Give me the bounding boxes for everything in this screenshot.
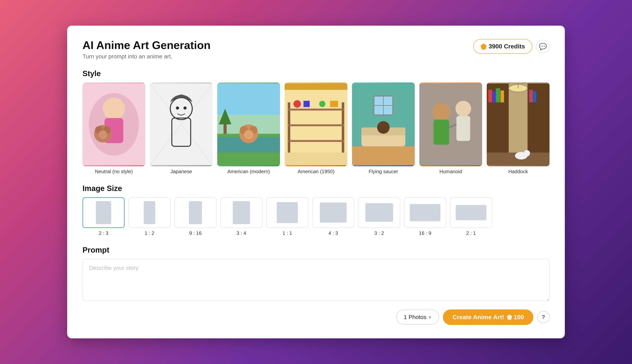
style-item-haddock[interactable]: Haddock — [487, 82, 550, 174]
style-item-flying-saucer[interactable]: Flying saucer — [352, 82, 415, 174]
svg-rect-51 — [456, 116, 470, 141]
size-label-16-9: 16 : 9 — [419, 230, 431, 236]
create-button[interactable]: Create Anime Art! 100 — [443, 310, 534, 325]
prompt-title: Prompt — [82, 246, 550, 254]
size-item-2-3[interactable]: 2 : 3 — [82, 197, 124, 236]
chat-button[interactable]: 💬 — [536, 40, 550, 53]
svg-rect-56 — [488, 90, 492, 102]
style-label-american-1950: American (1950) — [298, 168, 334, 174]
credits-button[interactable]: 3900 Credits — [473, 39, 532, 54]
svg-point-7 — [98, 130, 107, 139]
style-item-american-1950[interactable]: American (1950) — [284, 82, 348, 174]
svg-rect-26 — [284, 84, 348, 90]
size-box-16-9 — [404, 197, 446, 228]
size-box-4-3 — [312, 197, 354, 228]
header-left: AI Anime Art Generation Turn your prompt… — [82, 39, 210, 60]
size-rect-16-9 — [410, 204, 440, 221]
style-image-american-modern — [217, 82, 280, 166]
size-label-1-2: 1 : 2 — [145, 230, 154, 236]
chat-icon: 💬 — [539, 43, 547, 50]
style-image-humanoid — [419, 82, 482, 166]
svg-rect-31 — [288, 124, 344, 126]
size-rect-2-1 — [456, 205, 486, 220]
size-box-1-1 — [266, 197, 308, 228]
size-box-2-3 — [82, 197, 124, 228]
create-label: Create Anime Art! — [452, 314, 504, 321]
style-image-japanese — [150, 82, 213, 166]
style-item-japanese[interactable]: Japanese — [150, 82, 213, 174]
svg-rect-58 — [496, 88, 500, 102]
image-size-section: Image Size 2 : 3 1 : 2 9 : 16 3 : 4 — [82, 184, 550, 236]
size-rect-3-4 — [233, 201, 250, 224]
style-image-american-1950 — [284, 82, 348, 166]
size-rect-2-3 — [96, 201, 111, 224]
size-box-3-2 — [358, 197, 400, 228]
size-label-2-3: 2 : 3 — [99, 230, 108, 236]
size-box-1-2 — [128, 197, 170, 228]
svg-point-22 — [244, 130, 253, 139]
style-label-neutral: Neutral (no style) — [95, 168, 133, 174]
size-grid: 2 : 3 1 : 2 9 : 16 3 : 4 1 : 1 — [82, 197, 550, 236]
size-box-2-1 — [450, 197, 492, 228]
size-item-3-4[interactable]: 3 : 4 — [220, 197, 262, 236]
style-item-humanoid[interactable]: Humanoid — [419, 82, 482, 174]
svg-rect-32 — [288, 140, 344, 142]
svg-rect-16 — [217, 84, 280, 115]
size-item-1-1[interactable]: 1 : 1 — [266, 197, 308, 236]
style-label-haddock: Haddock — [508, 168, 528, 174]
page-title: AI Anime Art Generation — [82, 39, 210, 51]
style-label-american-modern: American (modern) — [228, 168, 270, 174]
style-item-neutral[interactable]: Neutral (no style) — [82, 82, 145, 174]
size-item-9-16[interactable]: 9 : 16 — [174, 197, 216, 236]
svg-point-48 — [432, 103, 450, 120]
size-label-9-16: 9 : 16 — [189, 230, 202, 236]
svg-point-42 — [377, 121, 390, 134]
style-image-haddock — [487, 82, 550, 166]
svg-point-50 — [456, 101, 471, 116]
style-grid: Neutral (no style) Japanese — [82, 82, 550, 174]
prompt-input[interactable] — [82, 259, 550, 301]
size-label-2-1: 2 : 1 — [466, 230, 476, 236]
header-right: 3900 Credits 💬 — [473, 39, 550, 54]
svg-rect-30 — [288, 109, 344, 110]
svg-rect-59 — [500, 90, 504, 102]
size-item-4-3[interactable]: 4 : 3 — [312, 197, 354, 236]
size-item-1-2[interactable]: 1 : 2 — [128, 197, 170, 236]
svg-rect-47 — [419, 84, 482, 165]
svg-rect-34 — [303, 101, 310, 107]
svg-point-2 — [103, 98, 125, 120]
page-subtitle: Turn your prompt into an anime art. — [82, 53, 210, 60]
size-rect-1-1 — [277, 202, 298, 223]
style-label-humanoid: Humanoid — [440, 168, 462, 174]
gem-icon — [480, 44, 487, 50]
header: AI Anime Art Generation Turn your prompt… — [82, 39, 550, 60]
svg-point-14 — [183, 106, 186, 110]
svg-rect-36 — [330, 101, 338, 107]
svg-point-66 — [524, 150, 530, 156]
credits-label: 3900 Credits — [489, 43, 525, 50]
svg-rect-57 — [492, 92, 496, 102]
style-section-title: Style — [82, 69, 550, 78]
svg-rect-61 — [533, 92, 536, 102]
size-item-16-9[interactable]: 16 : 9 — [404, 197, 446, 236]
style-section: Style Neutral (no style) — [82, 69, 550, 174]
style-image-neutral — [82, 82, 145, 166]
size-rect-1-2 — [144, 201, 155, 224]
size-label-3-4: 3 : 4 — [236, 230, 246, 236]
size-label-4-3: 4 : 3 — [328, 230, 338, 236]
size-rect-9-16 — [189, 201, 202, 224]
size-item-3-2[interactable]: 3 : 2 — [358, 197, 400, 236]
help-button[interactable]: ? — [537, 311, 550, 323]
bottom-bar: 1 Photos ∨ Create Anime Art! 100 ? — [82, 310, 550, 325]
chevron-down-icon: ∨ — [428, 314, 432, 320]
size-item-2-1[interactable]: 2 : 1 — [450, 197, 492, 236]
photos-dropdown-button[interactable]: 1 Photos ∨ — [396, 310, 439, 324]
svg-rect-60 — [529, 90, 533, 102]
size-label-3-2: 3 : 2 — [374, 230, 384, 236]
svg-point-35 — [319, 101, 326, 107]
size-box-9-16 — [174, 197, 216, 228]
style-label-japanese: Japanese — [170, 168, 192, 174]
help-icon: ? — [542, 314, 545, 320]
svg-point-13 — [176, 106, 179, 110]
style-item-american-modern[interactable]: American (modern) — [217, 82, 280, 174]
